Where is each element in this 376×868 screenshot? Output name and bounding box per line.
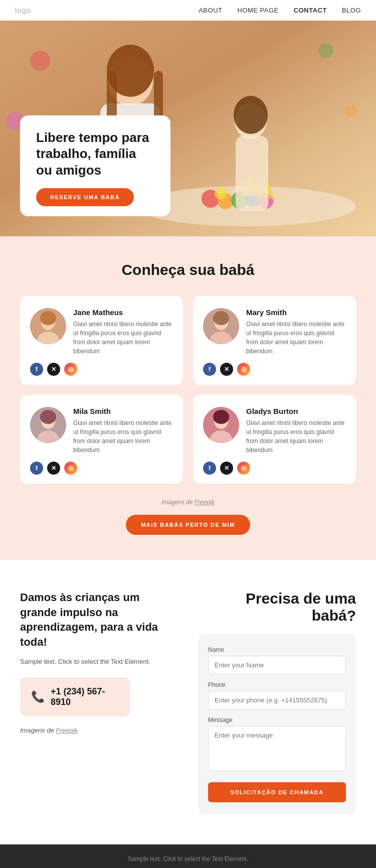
phone-box: 📞 +1 (234) 567-8910 xyxy=(20,677,130,716)
freepik-link[interactable]: Freepik xyxy=(195,499,215,506)
facebook-icon-4[interactable]: f xyxy=(203,462,216,475)
contact-form-card: Name Phone Message SOLICITAÇÃO DE CHAMAD… xyxy=(198,634,356,814)
babysitter-desc-2: Glavi amet ritnisl libero molestie ante … xyxy=(246,320,346,356)
instagram-icon-4[interactable]: ◎ xyxy=(237,462,250,475)
social-icons-4: f ✕ ◎ xyxy=(203,462,346,475)
nav-about[interactable]: ABOUT xyxy=(199,7,222,14)
social-icons-1: f ✕ ◎ xyxy=(30,363,173,376)
avatar-img-4 xyxy=(203,407,239,443)
contact-right-title: Precisa de uma babá? xyxy=(198,590,356,624)
contact-section: Damos às crianças um grande impulso na a… xyxy=(0,560,376,844)
babysitter-card-3: Mila Smith Glavi amet ritnisl libero mol… xyxy=(20,395,183,484)
contact-right: Precisa de uma babá? Name Phone Message … xyxy=(198,590,356,814)
babysitters-grid: Jane Matheus Glavi amet ritnisl libero m… xyxy=(20,296,356,484)
card-top-1: Jane Matheus Glavi amet ritnisl libero m… xyxy=(30,308,173,356)
footer: Sample text. Click to select the Text El… xyxy=(0,844,376,868)
phone-number: +1 (234) 567-8910 xyxy=(51,686,119,707)
twitter-icon-2[interactable]: ✕ xyxy=(220,363,233,376)
nav-homepage[interactable]: HOME PAGE xyxy=(238,7,279,14)
phone-field-group: Phone xyxy=(208,681,346,709)
svg-point-33 xyxy=(40,410,56,424)
message-field-group: Message xyxy=(208,716,346,773)
nav-links: ABOUT HOME PAGE CONTACT BLOG xyxy=(199,7,361,14)
card-top-2: Mary Smith Glavi amet ritnisl libero mol… xyxy=(203,308,346,356)
phone-icon: 📞 xyxy=(31,690,45,703)
facebook-icon-1[interactable]: f xyxy=(30,363,43,376)
instagram-icon-2[interactable]: ◎ xyxy=(237,363,250,376)
footer-text: Sample text. Click to select the Text El… xyxy=(11,855,365,862)
contact-left-title: Damos às crianças um grande impulso na a… xyxy=(20,590,178,650)
avatar-2 xyxy=(203,308,239,344)
avatar-1 xyxy=(30,308,66,344)
hero-title: Libere tempo para trabalho, família ou a… xyxy=(36,129,154,179)
contact-left-text: Sample text. Click to select the Text El… xyxy=(20,658,178,665)
message-input[interactable] xyxy=(208,726,346,771)
contact-left: Damos às crianças um grande impulso na a… xyxy=(20,590,178,814)
phone-label: Phone xyxy=(208,681,346,688)
instagram-icon-1[interactable]: ◎ xyxy=(64,363,77,376)
freepik-link-left[interactable]: Freepik xyxy=(56,727,78,734)
svg-point-18 xyxy=(234,96,268,134)
babysitter-name-4: Gladys Burton xyxy=(246,407,346,415)
svg-point-37 xyxy=(213,410,229,424)
name-label: Name xyxy=(208,646,346,653)
babysitter-desc-3: Glavi amet ritnisl libero molestie ante … xyxy=(73,418,173,455)
logo: logo xyxy=(15,6,31,15)
svg-point-25 xyxy=(40,311,56,325)
images-credit: Imagens de Freepik xyxy=(20,499,356,506)
babysitter-card-2: Mary Smith Glavi amet ritnisl libero mol… xyxy=(193,296,356,385)
babysitter-desc-1: Glavi amet ritnisl libero molestie ante … xyxy=(73,320,173,356)
name-input[interactable] xyxy=(208,656,346,674)
card-info-2: Mary Smith Glavi amet ritnisl libero mol… xyxy=(246,308,346,356)
card-info-4: Gladys Burton Glavi amet ritnisl libero … xyxy=(246,407,346,455)
reserve-button[interactable]: RESERVE UMA BABÁ xyxy=(36,188,134,206)
avatar-4 xyxy=(203,407,239,443)
facebook-icon-2[interactable]: f xyxy=(203,363,216,376)
babysitter-name-2: Mary Smith xyxy=(246,308,346,317)
instagram-icon-3[interactable]: ◎ xyxy=(64,462,77,475)
nav-blog[interactable]: BLOG xyxy=(342,7,361,14)
svg-point-20 xyxy=(318,43,333,58)
babysitter-name-1: Jane Matheus xyxy=(73,308,173,317)
avatar-3 xyxy=(30,407,66,443)
twitter-icon-4[interactable]: ✕ xyxy=(220,462,233,475)
more-babysitters-button[interactable]: MAIS BABÁS PERTO DE MIM xyxy=(126,515,250,535)
babysitter-card-1: Jane Matheus Glavi amet ritnisl libero m… xyxy=(20,296,183,385)
card-info-1: Jane Matheus Glavi amet ritnisl libero m… xyxy=(73,308,173,356)
message-label: Message xyxy=(208,716,346,724)
facebook-icon-3[interactable]: f xyxy=(30,462,43,475)
babysitters-section: Conheça sua babá Jane Matheus Glavi amet… xyxy=(0,236,376,560)
avatar-img-1 xyxy=(30,308,66,344)
babysitters-title: Conheça sua babá xyxy=(20,261,356,278)
nav-contact[interactable]: CONTACT xyxy=(294,7,327,14)
svg-point-8 xyxy=(215,188,227,200)
card-top-4: Gladys Burton Glavi amet ritnisl libero … xyxy=(203,407,346,455)
svg-rect-17 xyxy=(236,136,268,211)
social-icons-3: f ✕ ◎ xyxy=(30,462,173,475)
card-info-3: Mila Smith Glavi amet ritnisl libero mol… xyxy=(73,407,173,455)
svg-point-29 xyxy=(213,311,229,325)
svg-point-19 xyxy=(30,51,50,71)
twitter-icon-3[interactable]: ✕ xyxy=(47,462,60,475)
avatar-img-2 xyxy=(203,308,239,344)
babysitter-name-3: Mila Smith xyxy=(73,407,173,415)
submit-button[interactable]: SOLICITAÇÃO DE CHAMADA xyxy=(208,782,346,802)
hero-section: Libere tempo para trabalho, família ou a… xyxy=(0,21,376,236)
name-field-group: Name xyxy=(208,646,346,674)
navigation: logo ABOUT HOME PAGE CONTACT BLOG xyxy=(0,0,376,21)
card-top-3: Mila Smith Glavi amet ritnisl libero mol… xyxy=(30,407,173,455)
babysitter-card-4: Gladys Burton Glavi amet ritnisl libero … xyxy=(193,395,356,484)
phone-input[interactable] xyxy=(208,691,346,709)
svg-point-21 xyxy=(345,105,357,117)
img-credit-left: Imagens de Freepik xyxy=(20,727,178,734)
social-icons-2: f ✕ ◎ xyxy=(203,363,346,376)
babysitter-desc-4: Glavi amet ritnisl libero molestie ante … xyxy=(246,418,346,455)
twitter-icon-1[interactable]: ✕ xyxy=(47,363,60,376)
avatar-img-3 xyxy=(30,407,66,443)
hero-overlay: Libere tempo para trabalho, família ou a… xyxy=(20,115,170,217)
